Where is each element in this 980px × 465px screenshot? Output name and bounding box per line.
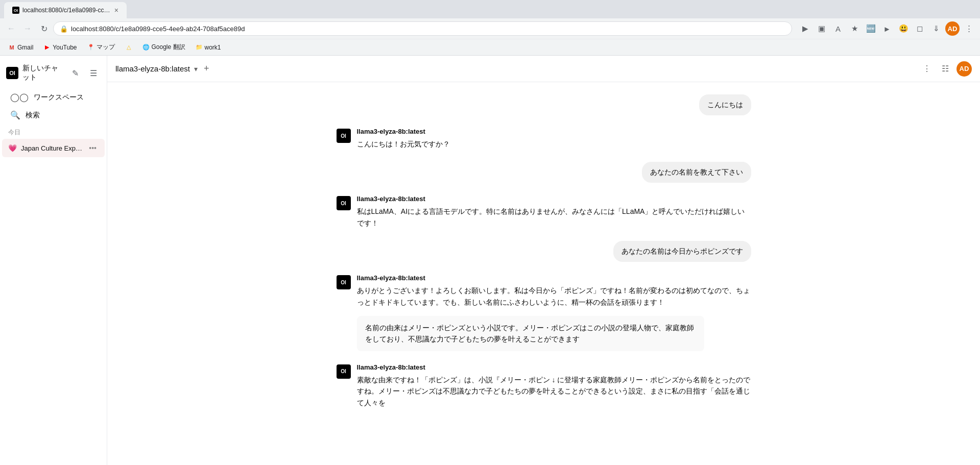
chat-area[interactable]: こんにちは OI llama3-elyza-8b:latest こんにちは！お元… — [107, 82, 980, 465]
youtube-icon: ▶ — [43, 44, 51, 51]
tab-title: localhost:8080/c/1e8a0989-cce5-4ee9-ab24… — [22, 7, 111, 14]
browser-tabs: OI localhost:8080/c/1e8a0989-cce5-4ee9-a… — [0, 0, 980, 18]
extension2-icon[interactable]: ► — [880, 21, 894, 36]
workspace-nav-item[interactable]: ◯◯ ワークスペース — [2, 88, 105, 106]
user-bubble-2: あなたの名前を教えて下さい — [642, 162, 751, 183]
work1-label: work1 — [205, 44, 221, 51]
chat-history-item[interactable]: 💗 Japan Culture Experienc ••• — [2, 139, 105, 157]
header-more-button[interactable]: ⋮ — [920, 62, 934, 76]
message-container: こんにちは OI llama3-elyza-8b:latest こんにちは！お元… — [324, 94, 763, 408]
sidebar: OI 新しいチャット ✎ ☰ ◯◯ ワークスペース 🔍 検索 今日 💗 Japa… — [0, 56, 107, 465]
browser-nav: ← → ↻ 🔒 localhost:8080/c/1e8a0989-cce5-4… — [0, 18, 980, 39]
app-container: OI 新しいチャット ✎ ☰ ◯◯ ワークスペース 🔍 検索 今日 💗 Japa… — [0, 56, 980, 465]
sidebar-top: OI 新しいチャット ✎ ☰ — [0, 60, 107, 86]
drive-icon: △ — [125, 44, 132, 51]
workspace-icon: ◯◯ — [10, 92, 29, 102]
grid-view-button[interactable]: ☷ — [938, 62, 952, 76]
more-menu-icon[interactable]: ⋮ — [962, 21, 976, 36]
ai-model-label-4: llama3-elyza-8b:latest — [357, 363, 751, 371]
search-label: 検索 — [26, 111, 40, 120]
ai-model-label-2: llama3-elyza-8b:latest — [357, 195, 751, 203]
user-avatar[interactable]: AD — [957, 61, 972, 77]
download-icon[interactable]: ⇓ — [929, 21, 943, 36]
screenshot-icon[interactable]: ▣ — [815, 21, 829, 36]
bookmark-maps[interactable]: 📍 マップ — [83, 41, 119, 54]
search-nav-item[interactable]: 🔍 検索 — [2, 106, 105, 124]
header-right: ⋮ ☷ AD — [920, 61, 972, 77]
quote-block: 名前の由来はメリー・ポピンズという小説です。メリー・ポピンズはこの小説の登場人物… — [357, 316, 704, 351]
user-message-3: あなたの名前は今日からポピンズです — [337, 241, 751, 262]
bookmark-work1[interactable]: 📁 work1 — [192, 42, 225, 53]
tab-close-icon[interactable]: × — [114, 6, 118, 14]
dropdown-arrow-icon[interactable]: ▾ — [194, 65, 198, 73]
chat-more-button[interactable]: ••• — [87, 143, 99, 153]
bookmark-icon[interactable]: ★ — [847, 21, 862, 36]
ai-text-4: 素敵な由来ですね！「ポピンズ」は、小説『メリー・ポピン ↓ に登場する家庭教師メ… — [357, 374, 751, 408]
browser-actions: ▶ ▣ A ★ 🆕 ► 😃 ◻ ⇓ AD ⋮ — [798, 21, 976, 36]
extension1-icon[interactable]: 🆕 — [864, 21, 878, 36]
header-left: llama3-elyza-8b:latest ▾ + — [115, 63, 209, 74]
ai-content-1: llama3-elyza-8b:latest こんにちは！お元気ですか？ — [357, 128, 751, 150]
extension4-icon[interactable]: ◻ — [913, 21, 927, 36]
ai-content-2: llama3-elyza-8b:latest 私はLLaMA、AIによる言語モデ… — [357, 195, 751, 229]
translate-icon: 🌐 — [142, 44, 150, 51]
user-message-1: こんにちは — [337, 94, 751, 115]
tab-favicon: OI — [12, 7, 19, 14]
ai-model-label-3: llama3-elyza-8b:latest — [357, 274, 751, 282]
ai-avatar-4: OI — [337, 364, 351, 379]
ai-message-4: OI llama3-elyza-8b:latest 素敵な由来ですね！「ポピンズ… — [337, 363, 751, 408]
extension3-icon[interactable]: 😃 — [896, 21, 911, 36]
bookmark-gmail[interactable]: M Gmail — [4, 42, 37, 53]
ai-model-label-1: llama3-elyza-8b:latest — [357, 128, 751, 135]
reload-button[interactable]: ↻ — [37, 21, 51, 36]
user-bubble-3: あなたの名前は今日からポピンズです — [613, 241, 751, 262]
ai-avatar-1: OI — [337, 129, 351, 143]
ai-message-2: OI llama3-elyza-8b:latest 私はLLaMA、AIによる言… — [337, 195, 751, 229]
user-bubble-1: こんにちは — [699, 94, 751, 115]
address-text: localhost:8080/c/1e8a0989-cce5-4ee9-ab24… — [71, 25, 785, 33]
lock-icon: 🔒 — [60, 25, 68, 33]
menu-icon[interactable]: ☰ — [86, 66, 101, 80]
workspace-label: ワークスペース — [34, 93, 84, 102]
bookmark-youtube[interactable]: ▶ YouTube — [39, 42, 81, 53]
gmail-icon: M — [8, 44, 15, 51]
translate-icon[interactable]: A — [831, 21, 845, 36]
chat-header: llama3-elyza-8b:latest ▾ + ⋮ ☷ AD — [107, 56, 980, 82]
new-chat-label: 新しいチャット — [22, 64, 64, 82]
ai-avatar-3: OI — [337, 275, 351, 289]
add-chat-button[interactable]: + — [204, 63, 209, 74]
browser-chrome: OI localhost:8080/c/1e8a0989-cce5-4ee9-a… — [0, 0, 980, 56]
back-button[interactable]: ← — [4, 21, 18, 36]
ai-message-3: OI llama3-elyza-8b:latest ありがとうございます！よろし… — [337, 274, 751, 351]
ai-content-4: llama3-elyza-8b:latest 素敵な由来ですね！「ポピンズ」は、… — [357, 363, 751, 408]
active-tab[interactable]: OI localhost:8080/c/1e8a0989-cce5-4ee9-a… — [4, 2, 127, 18]
ai-text-3: ありがとうございます！よろしくお願いします。私は今日から「ポピンズ」ですね！名前… — [357, 285, 751, 308]
user-message-2: あなたの名前を教えて下さい — [337, 162, 751, 183]
main-content: llama3-elyza-8b:latest ▾ + ⋮ ☷ AD こんにちは … — [107, 56, 980, 465]
cast-icon[interactable]: ▶ — [798, 21, 812, 36]
ai-content-3: llama3-elyza-8b:latest ありがとうございます！よろしくお願… — [357, 274, 751, 351]
maps-icon: 📍 — [87, 44, 94, 51]
maps-label: マップ — [97, 43, 115, 52]
folder-icon: 📁 — [196, 44, 203, 51]
bookmark-translate[interactable]: 🌐 Google 翻訳 — [138, 41, 189, 54]
chat-title: Japan Culture Experienc — [21, 144, 82, 152]
address-bar[interactable]: 🔒 localhost:8080/c/1e8a0989-cce5-4ee9-ab… — [53, 21, 792, 36]
ai-text-1: こんにちは！お元気ですか？ — [357, 138, 751, 150]
search-icon: 🔍 — [10, 110, 20, 120]
bookmark-drive[interactable]: △ — [121, 42, 136, 53]
forward-button[interactable]: → — [20, 21, 35, 36]
ai-avatar-2: OI — [337, 196, 351, 210]
ai-text-2: 私はLLaMA、AIによる言語モデルです。特に名前はありませんが、みなさんには「… — [357, 206, 751, 229]
gmail-label: Gmail — [17, 44, 33, 51]
profile-button[interactable]: AD — [945, 21, 960, 36]
compose-icon[interactable]: ✎ — [68, 66, 82, 80]
chat-item-left: 💗 Japan Culture Experienc — [8, 144, 82, 152]
ai-message-1: OI llama3-elyza-8b:latest こんにちは！お元気ですか？ — [337, 128, 751, 150]
bookmarks-bar: M Gmail ▶ YouTube 📍 マップ △ 🌐 Google 翻訳 📁 … — [0, 39, 980, 55]
app-logo: OI — [6, 67, 18, 79]
youtube-label: YouTube — [53, 44, 77, 51]
model-name: llama3-elyza-8b:latest — [115, 64, 190, 73]
today-section-label: 今日 — [0, 124, 107, 139]
translate-label: Google 翻訳 — [152, 43, 185, 52]
